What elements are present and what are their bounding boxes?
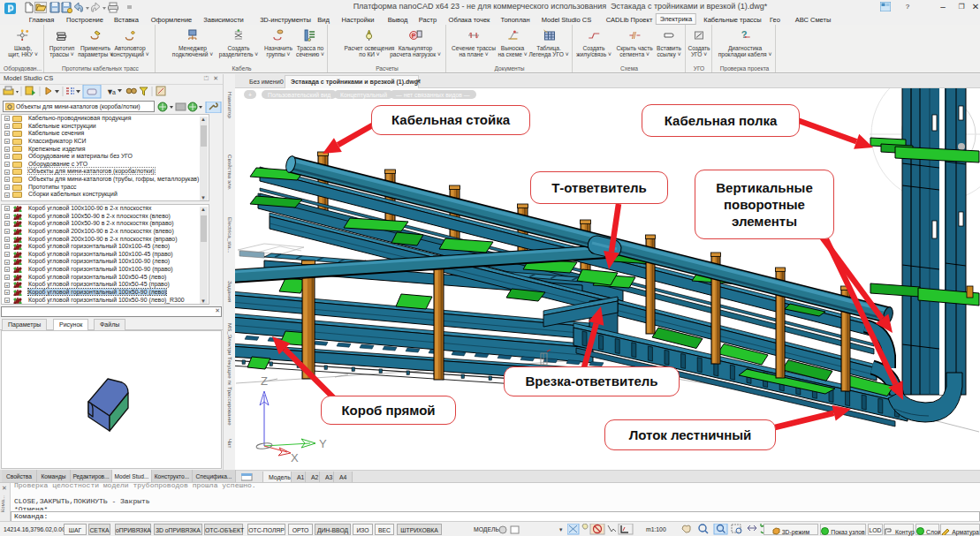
svg-text:P: P (412, 33, 416, 39)
svg-text:X: X (291, 451, 299, 464)
svg-text:Y: Y (319, 437, 327, 450)
svg-text:?: ? (741, 29, 748, 40)
svg-text:Z: Z (261, 374, 268, 388)
svg-text:a: a (112, 89, 116, 95)
